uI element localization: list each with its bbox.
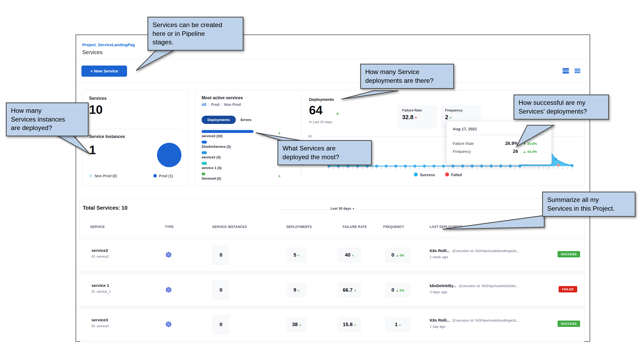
instances-value: 0 [212, 280, 230, 300]
card-view-icon[interactable] [562, 68, 569, 74]
col-service: SERVICE [90, 225, 105, 229]
failure-rate-value: 40 « [337, 247, 361, 263]
service-instances-count: 1 [89, 143, 96, 157]
col-type: TYPE [165, 225, 174, 229]
breadcrumb[interactable]: Project_ServiceLandingPag [82, 42, 135, 47]
service-bar [202, 172, 205, 175]
kubernetes-icon: ☸ [165, 251, 172, 259]
success-dot [414, 172, 418, 176]
trend-up-icon: « [335, 112, 341, 115]
instances-value: 0 [212, 245, 230, 265]
active-service-row[interactable]: service2 (3) [202, 151, 221, 159]
col-failure-rate: FAILURE RATE [343, 225, 367, 229]
active-service-row[interactable]: Service4 (2) [202, 172, 221, 180]
services-card-divider [89, 129, 181, 129]
toolbar-divider [76, 83, 590, 83]
deployments-title: Deployments [309, 97, 334, 102]
total-services: Total Services: 10 [83, 205, 128, 211]
instances-value: 0 [212, 314, 230, 335]
prod-dot [153, 174, 157, 178]
active-service-row[interactable]: service 1 (3) [202, 162, 221, 170]
deployments-total: 64 [309, 103, 323, 117]
frequency-value: 0 ▲ 0% [385, 282, 411, 298]
failure-rate-tile: Failure Rate 32.8 « [398, 105, 438, 129]
status-badge: FAILED [559, 286, 577, 292]
period-dropdown[interactable]: Last 30 days ▼ [327, 206, 358, 211]
service-instances-title: Service Instances [89, 134, 125, 139]
callout-success: How successful are my Services' deployme… [514, 94, 609, 120]
service-bar [202, 130, 254, 133]
list-view-icon[interactable] [574, 68, 581, 74]
row-gap [80, 271, 584, 274]
instances-bubble [157, 143, 181, 167]
deployments-toggle[interactable]: Deployments [202, 116, 236, 124]
deployments-value: 38 « [286, 317, 307, 332]
page-title: Services [82, 49, 103, 55]
status-badge: SUCCESS [558, 251, 580, 257]
row-gap [80, 306, 584, 309]
card-vertical-divider [301, 95, 301, 181]
kubernetes-icon: ☸ [165, 286, 172, 294]
col-frequency: FREQUENCY [383, 225, 404, 229]
filter-prod[interactable]: Prod [211, 102, 220, 107]
services-card-title: Services [89, 96, 107, 101]
status-badge: SUCCESS [558, 321, 580, 327]
delta-up: ▲ 44.4% [523, 150, 545, 154]
trend-up-icon-red: « [414, 116, 419, 119]
callout-create-services: Services can be created here or in Pipel… [147, 17, 243, 51]
active-service-row[interactable]: ShishirService (3) [202, 141, 231, 149]
env-filter: All|Prod|Non Prod [202, 102, 241, 107]
most-active-title: Most active services [202, 96, 243, 100]
frequency-value: 0 ▲ 0% [385, 247, 411, 263]
tooltip-date: Aug 17, 2021 [453, 127, 545, 131]
deployments-subtitle: in Last 30 days [309, 120, 332, 124]
callout-most-deployed: What Services are deployed the most? [277, 140, 372, 165]
services-count: 10 [89, 102, 103, 117]
filter-non-prod[interactable]: Non Prod [224, 102, 241, 107]
trend-up-icon: « [449, 116, 453, 119]
failure-rate-value: 15.8 « [337, 317, 361, 332]
legend-non-prod: Non Prod (0) [89, 174, 117, 178]
service-bar [202, 162, 207, 165]
col-deployments: DEPLOYMENTS [286, 225, 312, 229]
filter-all[interactable]: All [202, 102, 206, 107]
trend-up-icon: « [277, 175, 282, 178]
x-ticks [329, 167, 572, 169]
service-bar [202, 141, 207, 144]
frequency-value: 1 « [385, 317, 411, 332]
deployments-value: 9 « [286, 282, 307, 298]
chart-tooltip: Aug 17, 2021 Failure Rate 26.9% ▼ 30.8% … [446, 121, 552, 165]
failed-dot [445, 172, 449, 176]
service-bar [202, 151, 207, 154]
col-last-deployment: LAST DEPLOYMENT [430, 225, 463, 229]
non-prod-dot [89, 174, 93, 178]
header-underline [80, 237, 584, 237]
y-axis-label: 40 [308, 135, 312, 138]
callout-deployments: How many Service deployments are there? [360, 64, 454, 89]
new-service-button[interactable]: + New Service [81, 66, 127, 77]
trend-up-icon: « [277, 132, 282, 135]
deployments-value: 5 « [286, 247, 307, 263]
kubernetes-icon: ☸ [165, 321, 172, 329]
delta-down: ▼ 30.8% [523, 142, 545, 146]
callout-summarize: Summarize all my Services in this Projec… [542, 192, 636, 217]
chevron-down-icon: ▼ [352, 208, 355, 210]
active-service-row[interactable]: service3 (32) [202, 130, 254, 138]
header-divider [76, 59, 590, 59]
legend-prod: Prod (1) [153, 174, 173, 178]
chart-legend: Success Failed [414, 172, 462, 177]
col-instances: SERVICE INSTANCES [212, 225, 247, 229]
period-divider [277, 209, 582, 210]
errors-toggle[interactable]: Errors [237, 116, 255, 124]
failure-rate-value: 66.7 « [337, 282, 361, 298]
callout-instances: How many Services instances are deployed… [6, 102, 89, 136]
